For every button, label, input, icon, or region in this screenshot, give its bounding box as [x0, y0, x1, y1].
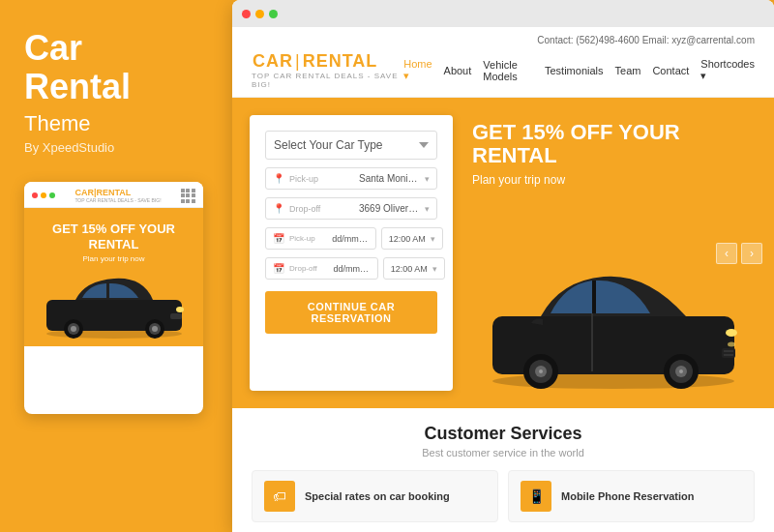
rates-icon: 🏷 [264, 481, 295, 512]
dropoff-datetime-row: 📅 Drop-off dd/mm/yyyy 12:00 AM ▾ [265, 257, 437, 280]
nav-contact[interactable]: Contact [652, 65, 689, 76]
dropoff-date-field[interactable]: 📅 Drop-off dd/mm/yyyy [265, 257, 378, 280]
svg-point-17 [539, 369, 543, 373]
mobile-next-button[interactable]: › [182, 393, 197, 408]
hero-content: GET 15% OFF YOUR RENTAL Plan your trip n… [453, 98, 774, 408]
dropoff-arrow: ▾ [425, 204, 430, 214]
svg-rect-12 [592, 281, 596, 313]
mobile-dot-red [32, 192, 38, 198]
site-header: Contact: (562)498-4600 Email: xyz@carren… [232, 27, 774, 98]
svg-point-7 [152, 326, 158, 332]
contact-bar: Contact: (562)498-4600 Email: xyz@carren… [252, 35, 755, 45]
mobile-dot-yellow [41, 192, 46, 198]
mobile-menu-icon[interactable] [181, 189, 195, 203]
pickup-arrow: ▾ [425, 174, 430, 184]
dropoff-date-icon: 📅 [273, 263, 284, 274]
header-main: CAR|RENTAL TOP CAR RENTAL DEALS - SAVE B… [252, 51, 755, 89]
car-type-select[interactable]: Select Your Car Type [265, 131, 437, 160]
dropoff-icon: 📍 [273, 203, 284, 214]
nav-home[interactable]: Home ▾ [403, 58, 432, 82]
nav-vehicles[interactable]: Vehicle Models [483, 59, 533, 82]
mobile-dots [32, 192, 55, 198]
left-by: By XpeedStudio [24, 140, 208, 155]
pickup-icon: 📍 [273, 173, 284, 184]
services-section: Customer Services Best customer service … [232, 408, 774, 532]
continue-reservation-button[interactable]: CONTINUE CAR RESERVATION [265, 291, 437, 334]
svg-rect-24 [722, 348, 735, 358]
hero-nav: ‹ › [716, 243, 762, 264]
left-subtitle: Theme [24, 111, 208, 136]
services-title: Customer Services [252, 424, 755, 444]
hero-next-button[interactable]: › [741, 243, 762, 264]
nav-about[interactable]: About [444, 65, 472, 76]
mobile-icon: 📱 [521, 481, 551, 512]
browser-dot-red [242, 10, 251, 18]
svg-point-21 [679, 369, 683, 373]
svg-point-4 [71, 326, 76, 332]
service-card-rates: 🏷 Special rates on car booking [252, 470, 498, 522]
hero-subtitle: Plan your trip now [472, 173, 755, 187]
pickup-location-field[interactable]: 📍 Pick-up Santa Monica - 2102 Lincoln Bl… [265, 167, 437, 190]
svg-point-23 [728, 342, 735, 347]
dropoff-time-field[interactable]: 12:00 AM ▾ [383, 257, 445, 280]
svg-point-8 [176, 307, 184, 312]
hero-car [472, 196, 755, 399]
service-card-mobile: 📱 Mobile Phone Reservation [508, 470, 755, 522]
nav-team[interactable]: Team [615, 65, 641, 76]
mobile-banner: GET 15% OFF YOUR RENTAL Plan your trip n… [24, 208, 203, 346]
services-grid: 🏷 Special rates on car booking 📱 Mobile … [252, 470, 755, 522]
browser-dot-yellow [255, 10, 264, 18]
mobile-mockup: CAR|RENTAL TOP CAR RENTAL DEALS - SAVE B… [24, 182, 203, 414]
mobile-dot-green [49, 192, 55, 198]
mobile-car-image [37, 271, 192, 339]
site-nav: Home ▾ About Vehicle Models Testimonials… [403, 58, 755, 82]
svg-point-22 [726, 329, 737, 337]
site-logo: CAR|RENTAL TOP CAR RENTAL DEALS - SAVE B… [252, 51, 403, 89]
browser-window: Contact: (562)498-4600 Email: xyz@carren… [232, 0, 774, 532]
browser-dot-green [269, 10, 278, 18]
mobile-logo: CAR|RENTAL TOP CAR RENTAL DEALS - SAVE B… [74, 188, 161, 203]
mobile-label: Mobile Phone Reservation [561, 490, 695, 502]
booking-form: Select Your Car Type 📍 Pick-up Santa Mon… [250, 115, 453, 391]
pickup-date-icon: 📅 [273, 233, 284, 244]
pickup-datetime-row: 📅 Pick-up dd/mm/yyyy 12:00 AM ▾ [265, 227, 437, 250]
svg-rect-9 [170, 313, 182, 319]
left-panel: Car Rental Theme By XpeedStudio CAR|RENT… [0, 0, 232, 532]
services-subtitle: Best customer service in the world [252, 447, 755, 458]
hero-title: GET 15% OFF YOUR RENTAL [472, 121, 755, 167]
dropoff-location-field[interactable]: 📍 Drop-off 3669 Oliver Street Wedgwood T… [265, 197, 437, 220]
hero-prev-button[interactable]: ‹ [716, 243, 737, 264]
pickup-date-field[interactable]: 📅 Pick-up dd/mm/yyyy [265, 227, 376, 250]
mobile-topbar: CAR|RENTAL TOP CAR RENTAL DEALS - SAVE B… [24, 182, 203, 208]
pickup-time-field[interactable]: 12:00 AM ▾ [381, 227, 443, 250]
nav-testimonials[interactable]: Testimonials [545, 65, 604, 76]
left-title: Car Rental [24, 29, 208, 105]
nav-shortcodes[interactable]: Shortcodes ▾ [700, 58, 755, 82]
rates-label: Special rates on car booking [305, 490, 450, 502]
hero-section: Select Your Car Type 📍 Pick-up Santa Mon… [232, 98, 774, 408]
browser-titlebar [232, 0, 774, 27]
